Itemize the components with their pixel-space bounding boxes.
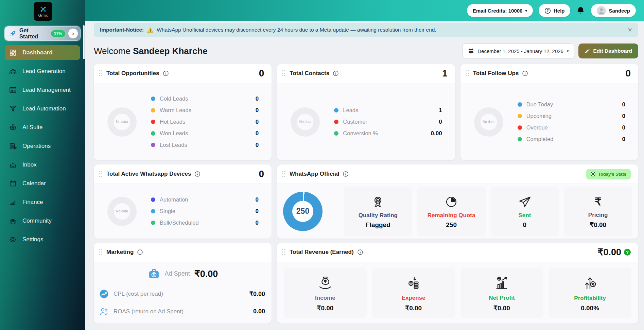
toolbar: December 1, 2025 - January 12, 2026 ▾ Ed… xyxy=(463,44,638,58)
question-badge-icon[interactable]: ? xyxy=(624,249,631,256)
legend-item: Completed 0 xyxy=(518,136,625,143)
legend-item: Hot Leads 0 xyxy=(151,119,259,125)
notice-message: WhatsApp Unofficial devices may disconne… xyxy=(157,27,436,33)
close-icon[interactable]: × xyxy=(628,26,632,34)
legend-label: Due Today xyxy=(526,101,553,108)
stat-label: Pricing xyxy=(588,212,608,219)
info-icon[interactable] xyxy=(357,249,363,255)
info-icon[interactable] xyxy=(194,171,201,177)
legend-dot xyxy=(334,131,338,136)
info-icon[interactable] xyxy=(343,171,349,177)
trend-up-icon xyxy=(99,289,109,299)
legend-dot xyxy=(151,209,155,213)
donut-chart: No data xyxy=(107,197,137,226)
medal-icon xyxy=(371,194,385,210)
date-range-value: December 1, 2025 - January 12, 2026 xyxy=(477,48,563,54)
sidebar-nav: Dashboard Lead Generation Lead Managemen… xyxy=(0,45,85,251)
send-icon xyxy=(518,194,532,210)
notifications-bell-icon[interactable] xyxy=(576,6,585,15)
drag-handle-icon[interactable] xyxy=(282,70,286,77)
profitability-icon xyxy=(582,274,598,292)
legend-value: 0 xyxy=(256,142,259,149)
dashboard-grid: Total Opportunities 0 No data Cold Leads xyxy=(94,64,638,324)
legend-item: Won Leads 0 xyxy=(151,130,259,137)
sidebar-item-lead-automation[interactable]: Lead Automation xyxy=(5,101,80,116)
edit-dashboard-button[interactable]: Edit Dashboard xyxy=(578,44,638,58)
sidebar-item-ai-suite[interactable]: AI Suite xyxy=(5,120,80,135)
legend-label: Completed xyxy=(526,136,554,142)
cpl-row: CPL (cost per lead) ₹0.00 xyxy=(99,285,265,303)
user-name: Sandeep xyxy=(609,8,630,14)
user-menu-button[interactable]: Sandeep xyxy=(591,4,636,17)
net-profit-icon xyxy=(494,274,509,292)
stat-value: ₹0.00 xyxy=(590,221,606,229)
legend-value: 0 xyxy=(256,196,259,203)
legend-dot xyxy=(334,108,338,112)
legend-label: Leads xyxy=(343,107,358,114)
card-total-value: 1 xyxy=(442,68,448,79)
sidebar-item-community[interactable]: Community xyxy=(5,213,80,228)
users-group-icon xyxy=(9,67,17,75)
sidebar-item-lead-generation[interactable]: Lead Generation xyxy=(5,64,80,79)
legend-dot xyxy=(151,108,155,112)
sidebar-item-label: AI Suite xyxy=(22,124,43,131)
sidebar-item-label: Lead Management xyxy=(22,87,71,93)
sidebar-item-finance[interactable]: Finance xyxy=(5,195,80,210)
greeting: Welcome xyxy=(94,46,130,56)
income-icon xyxy=(317,274,333,292)
help-button[interactable]: ? Help xyxy=(539,4,571,17)
sidebar-item-lead-management[interactable]: Lead Management xyxy=(5,83,80,98)
legend: Automation 0 Single 0 Bulk/Scheduled 0 xyxy=(151,196,259,226)
legend-value: 0 xyxy=(439,119,442,125)
info-icon[interactable] xyxy=(522,70,528,76)
email-credits-button[interactable]: Email Credits: 10000 ▾ xyxy=(467,4,533,17)
welcome-row: Welcome Sandeep Kharche December 1, 2025… xyxy=(94,43,638,59)
date-range-picker[interactable]: December 1, 2025 - January 12, 2026 ▾ xyxy=(463,44,574,58)
drag-handle-icon[interactable] xyxy=(99,249,103,256)
drag-handle-icon[interactable] xyxy=(99,70,103,77)
todays-stats-label: Today's Stats xyxy=(598,172,626,177)
chevron-right-icon[interactable]: › xyxy=(68,29,78,38)
legend-value: 0 xyxy=(256,130,259,137)
drag-handle-icon[interactable] xyxy=(99,171,103,177)
drag-handle-icon[interactable] xyxy=(282,171,286,177)
info-icon[interactable] xyxy=(163,70,169,76)
legend-item: Overdue 0 xyxy=(518,124,625,131)
pie-chart-icon xyxy=(445,194,458,210)
stat-label: Income xyxy=(315,295,335,301)
legend-label: Hot Leads xyxy=(160,119,185,125)
card-total-contacts: Total Contacts 1 No data Leads 1 xyxy=(277,64,455,160)
legend-value: 0 xyxy=(622,113,625,120)
sidebar-item-settings[interactable]: Settings xyxy=(5,232,80,247)
sidebar-item-calendar[interactable]: Calendar xyxy=(5,176,80,191)
inbox-icon xyxy=(9,161,17,169)
stat-value: 0.00% xyxy=(581,305,599,312)
drag-handle-icon[interactable] xyxy=(465,70,470,77)
todays-stats-badge[interactable]: Today's Stats xyxy=(586,169,631,179)
app-logo: Grmx xyxy=(34,2,52,21)
get-started-button[interactable]: Get Started 17% › xyxy=(4,26,81,41)
ad-spent-value: ₹0.00 xyxy=(194,268,218,279)
ad-spent-summary: $ Ad Spent ₹0.00 xyxy=(94,267,272,280)
legend-item: Upcoming 0 xyxy=(518,113,625,120)
info-icon[interactable] xyxy=(137,249,143,255)
community-icon xyxy=(9,217,17,225)
sidebar-item-inbox[interactable]: Inbox xyxy=(5,157,80,172)
drag-handle-icon[interactable] xyxy=(282,249,286,256)
sidebar-item-label: Calendar xyxy=(22,180,46,187)
legend-item: Automation 0 xyxy=(151,196,259,203)
legend-value: 0 xyxy=(256,220,259,226)
legend-dot xyxy=(518,125,522,130)
sidebar-item-operations[interactable]: Operations xyxy=(5,139,80,154)
avatar xyxy=(597,6,606,15)
robot-icon xyxy=(9,123,17,132)
gear-icon xyxy=(9,236,17,244)
legend-item: Warm Leads 0 xyxy=(151,107,259,114)
legend-item: Cold Leads 0 xyxy=(151,95,259,102)
sidebar-item-dashboard[interactable]: Dashboard xyxy=(5,45,80,60)
status-dot-icon xyxy=(591,172,595,176)
info-icon[interactable] xyxy=(333,70,339,76)
person-coin-icon xyxy=(99,307,109,317)
help-label: Help xyxy=(554,8,565,14)
sidebar-item-label: Community xyxy=(22,218,52,224)
